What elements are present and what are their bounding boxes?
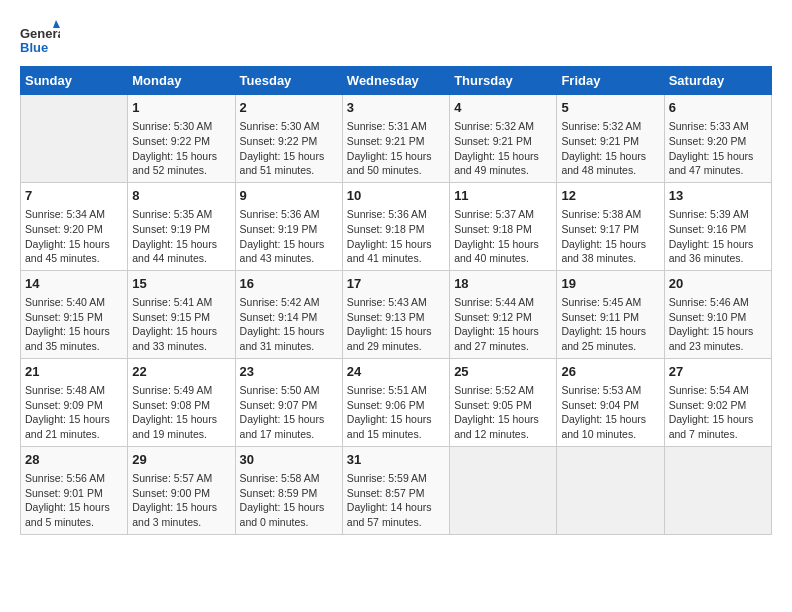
cell-content: Sunrise: 5:30 AM Sunset: 9:22 PM Dayligh… bbox=[132, 119, 230, 178]
calendar-cell: 13Sunrise: 5:39 AM Sunset: 9:16 PM Dayli… bbox=[664, 182, 771, 270]
day-header-tuesday: Tuesday bbox=[235, 67, 342, 95]
day-number: 27 bbox=[669, 363, 767, 381]
calendar-cell: 9Sunrise: 5:36 AM Sunset: 9:19 PM Daylig… bbox=[235, 182, 342, 270]
calendar-cell: 18Sunrise: 5:44 AM Sunset: 9:12 PM Dayli… bbox=[450, 270, 557, 358]
day-number: 7 bbox=[25, 187, 123, 205]
day-number: 1 bbox=[132, 99, 230, 117]
cell-content: Sunrise: 5:35 AM Sunset: 9:19 PM Dayligh… bbox=[132, 207, 230, 266]
logo-icon: General Blue bbox=[20, 20, 60, 58]
calendar-cell: 15Sunrise: 5:41 AM Sunset: 9:15 PM Dayli… bbox=[128, 270, 235, 358]
day-number: 16 bbox=[240, 275, 338, 293]
calendar-cell: 28Sunrise: 5:56 AM Sunset: 9:01 PM Dayli… bbox=[21, 446, 128, 534]
calendar-week-3: 14Sunrise: 5:40 AM Sunset: 9:15 PM Dayli… bbox=[21, 270, 772, 358]
cell-content: Sunrise: 5:36 AM Sunset: 9:19 PM Dayligh… bbox=[240, 207, 338, 266]
day-number: 2 bbox=[240, 99, 338, 117]
day-header-sunday: Sunday bbox=[21, 67, 128, 95]
cell-content: Sunrise: 5:33 AM Sunset: 9:20 PM Dayligh… bbox=[669, 119, 767, 178]
calendar-cell: 22Sunrise: 5:49 AM Sunset: 9:08 PM Dayli… bbox=[128, 358, 235, 446]
cell-content: Sunrise: 5:30 AM Sunset: 9:22 PM Dayligh… bbox=[240, 119, 338, 178]
cell-content: Sunrise: 5:42 AM Sunset: 9:14 PM Dayligh… bbox=[240, 295, 338, 354]
calendar-cell: 26Sunrise: 5:53 AM Sunset: 9:04 PM Dayli… bbox=[557, 358, 664, 446]
cell-content: Sunrise: 5:40 AM Sunset: 9:15 PM Dayligh… bbox=[25, 295, 123, 354]
cell-content: Sunrise: 5:51 AM Sunset: 9:06 PM Dayligh… bbox=[347, 383, 445, 442]
calendar-cell: 25Sunrise: 5:52 AM Sunset: 9:05 PM Dayli… bbox=[450, 358, 557, 446]
day-number: 31 bbox=[347, 451, 445, 469]
day-number: 15 bbox=[132, 275, 230, 293]
day-number: 13 bbox=[669, 187, 767, 205]
calendar-cell: 27Sunrise: 5:54 AM Sunset: 9:02 PM Dayli… bbox=[664, 358, 771, 446]
calendar-cell: 6Sunrise: 5:33 AM Sunset: 9:20 PM Daylig… bbox=[664, 95, 771, 183]
cell-content: Sunrise: 5:48 AM Sunset: 9:09 PM Dayligh… bbox=[25, 383, 123, 442]
logo: General Blue bbox=[20, 20, 60, 58]
svg-text:Blue: Blue bbox=[20, 40, 48, 55]
calendar-week-2: 7Sunrise: 5:34 AM Sunset: 9:20 PM Daylig… bbox=[21, 182, 772, 270]
svg-marker-2 bbox=[53, 20, 60, 28]
day-number: 22 bbox=[132, 363, 230, 381]
calendar-week-5: 28Sunrise: 5:56 AM Sunset: 9:01 PM Dayli… bbox=[21, 446, 772, 534]
cell-content: Sunrise: 5:44 AM Sunset: 9:12 PM Dayligh… bbox=[454, 295, 552, 354]
day-header-wednesday: Wednesday bbox=[342, 67, 449, 95]
calendar-cell bbox=[21, 95, 128, 183]
day-number: 17 bbox=[347, 275, 445, 293]
day-number: 20 bbox=[669, 275, 767, 293]
calendar-body: 1Sunrise: 5:30 AM Sunset: 9:22 PM Daylig… bbox=[21, 95, 772, 535]
day-number: 14 bbox=[25, 275, 123, 293]
cell-content: Sunrise: 5:49 AM Sunset: 9:08 PM Dayligh… bbox=[132, 383, 230, 442]
cell-content: Sunrise: 5:34 AM Sunset: 9:20 PM Dayligh… bbox=[25, 207, 123, 266]
day-number: 4 bbox=[454, 99, 552, 117]
cell-content: Sunrise: 5:39 AM Sunset: 9:16 PM Dayligh… bbox=[669, 207, 767, 266]
calendar-cell: 31Sunrise: 5:59 AM Sunset: 8:57 PM Dayli… bbox=[342, 446, 449, 534]
calendar-cell: 23Sunrise: 5:50 AM Sunset: 9:07 PM Dayli… bbox=[235, 358, 342, 446]
calendar-cell: 5Sunrise: 5:32 AM Sunset: 9:21 PM Daylig… bbox=[557, 95, 664, 183]
calendar-cell: 11Sunrise: 5:37 AM Sunset: 9:18 PM Dayli… bbox=[450, 182, 557, 270]
day-number: 9 bbox=[240, 187, 338, 205]
cell-content: Sunrise: 5:32 AM Sunset: 9:21 PM Dayligh… bbox=[561, 119, 659, 178]
day-number: 29 bbox=[132, 451, 230, 469]
cell-content: Sunrise: 5:31 AM Sunset: 9:21 PM Dayligh… bbox=[347, 119, 445, 178]
cell-content: Sunrise: 5:50 AM Sunset: 9:07 PM Dayligh… bbox=[240, 383, 338, 442]
calendar-cell: 21Sunrise: 5:48 AM Sunset: 9:09 PM Dayli… bbox=[21, 358, 128, 446]
day-number: 6 bbox=[669, 99, 767, 117]
calendar-cell bbox=[450, 446, 557, 534]
day-number: 30 bbox=[240, 451, 338, 469]
day-header-saturday: Saturday bbox=[664, 67, 771, 95]
cell-content: Sunrise: 5:53 AM Sunset: 9:04 PM Dayligh… bbox=[561, 383, 659, 442]
day-number: 26 bbox=[561, 363, 659, 381]
calendar-cell: 12Sunrise: 5:38 AM Sunset: 9:17 PM Dayli… bbox=[557, 182, 664, 270]
day-number: 12 bbox=[561, 187, 659, 205]
calendar-cell: 20Sunrise: 5:46 AM Sunset: 9:10 PM Dayli… bbox=[664, 270, 771, 358]
calendar-cell: 14Sunrise: 5:40 AM Sunset: 9:15 PM Dayli… bbox=[21, 270, 128, 358]
day-number: 8 bbox=[132, 187, 230, 205]
day-number: 11 bbox=[454, 187, 552, 205]
day-number: 3 bbox=[347, 99, 445, 117]
calendar-cell bbox=[664, 446, 771, 534]
calendar-cell: 2Sunrise: 5:30 AM Sunset: 9:22 PM Daylig… bbox=[235, 95, 342, 183]
calendar-cell: 8Sunrise: 5:35 AM Sunset: 9:19 PM Daylig… bbox=[128, 182, 235, 270]
cell-content: Sunrise: 5:36 AM Sunset: 9:18 PM Dayligh… bbox=[347, 207, 445, 266]
calendar-table: SundayMondayTuesdayWednesdayThursdayFrid… bbox=[20, 66, 772, 535]
day-number: 21 bbox=[25, 363, 123, 381]
calendar-week-1: 1Sunrise: 5:30 AM Sunset: 9:22 PM Daylig… bbox=[21, 95, 772, 183]
cell-content: Sunrise: 5:43 AM Sunset: 9:13 PM Dayligh… bbox=[347, 295, 445, 354]
cell-content: Sunrise: 5:37 AM Sunset: 9:18 PM Dayligh… bbox=[454, 207, 552, 266]
calendar-header-row: SundayMondayTuesdayWednesdayThursdayFrid… bbox=[21, 67, 772, 95]
calendar-cell bbox=[557, 446, 664, 534]
day-number: 24 bbox=[347, 363, 445, 381]
day-number: 19 bbox=[561, 275, 659, 293]
calendar-week-4: 21Sunrise: 5:48 AM Sunset: 9:09 PM Dayli… bbox=[21, 358, 772, 446]
day-number: 10 bbox=[347, 187, 445, 205]
day-header-monday: Monday bbox=[128, 67, 235, 95]
cell-content: Sunrise: 5:56 AM Sunset: 9:01 PM Dayligh… bbox=[25, 471, 123, 530]
cell-content: Sunrise: 5:41 AM Sunset: 9:15 PM Dayligh… bbox=[132, 295, 230, 354]
day-header-friday: Friday bbox=[557, 67, 664, 95]
calendar-cell: 1Sunrise: 5:30 AM Sunset: 9:22 PM Daylig… bbox=[128, 95, 235, 183]
cell-content: Sunrise: 5:52 AM Sunset: 9:05 PM Dayligh… bbox=[454, 383, 552, 442]
cell-content: Sunrise: 5:57 AM Sunset: 9:00 PM Dayligh… bbox=[132, 471, 230, 530]
day-number: 25 bbox=[454, 363, 552, 381]
cell-content: Sunrise: 5:38 AM Sunset: 9:17 PM Dayligh… bbox=[561, 207, 659, 266]
day-number: 23 bbox=[240, 363, 338, 381]
calendar-cell: 24Sunrise: 5:51 AM Sunset: 9:06 PM Dayli… bbox=[342, 358, 449, 446]
cell-content: Sunrise: 5:46 AM Sunset: 9:10 PM Dayligh… bbox=[669, 295, 767, 354]
calendar-cell: 7Sunrise: 5:34 AM Sunset: 9:20 PM Daylig… bbox=[21, 182, 128, 270]
calendar-cell: 17Sunrise: 5:43 AM Sunset: 9:13 PM Dayli… bbox=[342, 270, 449, 358]
